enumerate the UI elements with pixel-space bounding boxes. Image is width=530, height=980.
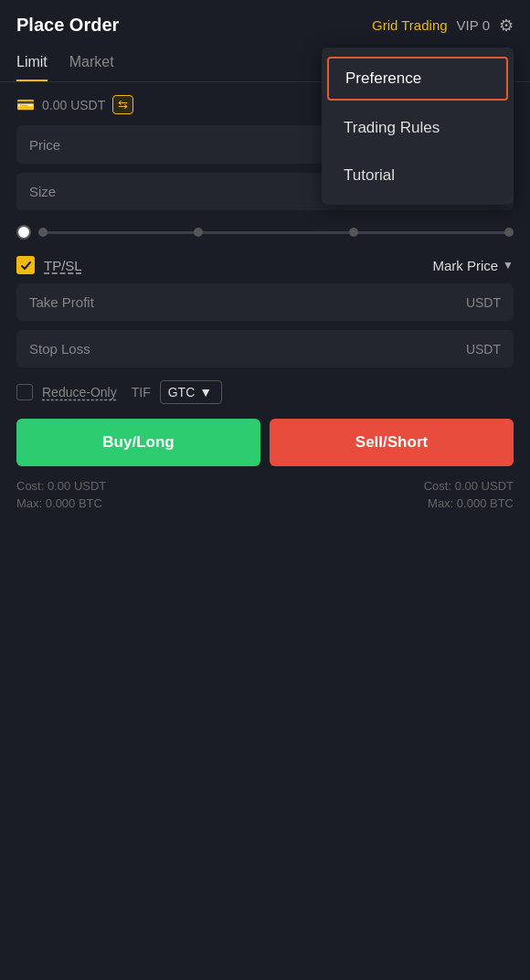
slider-track [38,231,514,234]
max-row: Max: 0.000 BTC Max: 0.000 BTC [16,496,514,510]
take-profit-label: Take Profit [29,294,94,310]
dropdown-item-preference[interactable]: Preference [327,57,508,101]
slider-row[interactable] [16,219,514,252]
wallet-icon: 💳 [16,96,35,113]
slider-tick-1 [38,228,48,237]
gtc-select[interactable]: GTC ▼ [160,380,222,404]
slider-tick-3 [349,228,358,237]
dropdown-menu: Preference Trading Rules Tutorial [322,48,514,205]
tif-label: TIF [132,385,151,399]
sell-short-button[interactable]: Sell/Short [270,419,514,466]
page-title: Place Order [16,15,119,36]
buy-long-button[interactable]: Buy/Long [16,419,260,466]
mark-price-select[interactable]: Mark Price ▼ [432,258,514,273]
tab-limit[interactable]: Limit [16,45,48,81]
sell-max-value: 0.000 BTC [457,496,514,510]
sell-cost-label-text: Cost: [424,479,451,493]
tpsl-row: TP/SL Mark Price ▼ [16,256,514,274]
cost-row: Cost: 0.00 USDT Cost: 0.00 USDT [16,479,514,493]
reduce-only-label: Reduce-Only [42,385,117,399]
take-profit-row[interactable]: Take Profit USDT [16,283,514,321]
tpsl-label: TP/SL [44,258,423,273]
buy-cost-label: Cost: 0.00 USDT [16,479,106,493]
grid-trading-label[interactable]: Grid Trading [372,17,448,33]
buy-max: Max: 0.000 BTC [16,496,102,510]
balance-value: 0.00 USDT [42,98,105,112]
slider-handle[interactable] [16,225,31,240]
slider-tick-4 [504,228,514,237]
action-buttons: Buy/Long Sell/Short [16,419,514,466]
slider-tick-2 [194,228,203,237]
size-label: Size [29,184,56,199]
take-profit-unit: USDT [466,295,501,310]
sell-max-label: Max: [428,496,453,510]
settings-icon[interactable]: ⚙ [499,16,514,36]
buy-cost-value: 0.00 USDT [48,479,106,493]
stop-loss-unit: USDT [466,342,501,357]
check-icon [20,260,32,272]
buy-max-value: 0.000 BTC [46,496,102,510]
stop-loss-row[interactable]: Stop Loss USDT [16,330,514,368]
gtc-chevron-icon: ▼ [199,385,212,399]
gtc-value: GTC [168,385,196,399]
price-label: Price [29,137,60,153]
dropdown-item-trading-rules[interactable]: Trading Rules [322,104,514,152]
slider-ticks [38,228,514,237]
buy-max-label: Max: [16,496,42,510]
tpsl-checkbox[interactable] [16,256,35,274]
dropdown-item-tutorial[interactable]: Tutorial [322,152,514,199]
header: Place Order Grid Trading VIP 0 ⚙ [0,0,530,45]
sell-cost-value: 0.00 USDT [455,479,514,493]
sell-max: Max: 0.000 BTC [428,496,514,510]
vip-label: VIP 0 [457,17,490,33]
mark-price-label: Mark Price [432,258,498,273]
stop-loss-label: Stop Loss [29,341,90,357]
transfer-button[interactable]: ⇆ [112,95,133,114]
reduce-only-checkbox[interactable] [16,384,33,400]
chevron-down-icon: ▼ [503,259,514,272]
main-container: Place Order Grid Trading VIP 0 ⚙ Prefere… [0,0,530,980]
buy-cost-label-text: Cost: [16,479,44,493]
tab-market[interactable]: Market [69,45,114,81]
reduce-row: Reduce-Only TIF GTC ▼ [16,380,514,404]
header-right: Grid Trading VIP 0 ⚙ [372,16,514,36]
sell-cost-label: Cost: 0.00 USDT [424,479,514,493]
